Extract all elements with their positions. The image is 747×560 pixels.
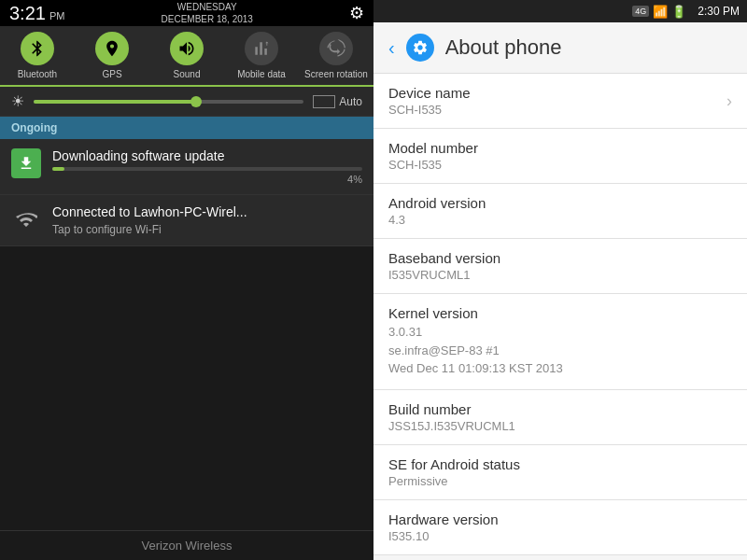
- right-clock: 2:30 PM: [698, 5, 740, 18]
- status-bar-left: 3:21 PM WEDNESDAY DECEMBER 18, 2013 ⚙: [0, 0, 374, 26]
- hardware-value: I535.10: [388, 529, 732, 543]
- build-content: Build number JSS15J.I535VRUCML1: [388, 401, 732, 433]
- model-number-label: Model number: [388, 140, 732, 156]
- network-type-badge: 4G: [632, 6, 649, 17]
- model-number-content: Model number SCH-I535: [388, 140, 732, 172]
- about-header: ‹ About phone: [374, 22, 747, 74]
- screen-rotation-icon: [319, 32, 353, 65]
- mobile-data-icon: [245, 32, 278, 65]
- settings-item-android-version: Android version 4.3: [374, 184, 747, 239]
- se-android-label: SE for Android status: [388, 456, 732, 472]
- settings-item-model-number: Model number SCH-I535: [374, 129, 747, 184]
- auto-brightness-label[interactable]: Auto: [313, 95, 362, 108]
- date-day: WEDNESDAY: [162, 1, 253, 13]
- spacer: [0, 246, 374, 530]
- wifi-title: Connected to Lawhon-PC-Wirel...: [52, 204, 362, 219]
- settings-gear-icon[interactable]: ⚙: [349, 3, 364, 23]
- wifi-subtitle: Tap to configure Wi-Fi: [52, 223, 362, 236]
- brightness-thumb: [190, 96, 202, 107]
- auto-checkbox[interactable]: [313, 95, 335, 108]
- mobile-data-label: Mobile data: [237, 69, 286, 79]
- kernel-content: Kernel version 3.0.31se.infra@SEP-83 #1W…: [388, 305, 732, 378]
- about-phone-panel: 4G 📶 🔋 2:30 PM ‹ About phone Device name…: [374, 0, 747, 560]
- gps-label: GPS: [102, 69, 121, 79]
- signal-bars-icon: 📶: [653, 5, 668, 19]
- status-bar-right: 4G 📶 🔋 2:30 PM: [374, 0, 747, 22]
- auto-text: Auto: [339, 95, 362, 108]
- kernel-value: 3.0.31se.infra@SEP-83 #1Wed Dec 11 01:09…: [388, 323, 732, 378]
- gps-icon: [95, 32, 129, 65]
- toggle-mobile-data[interactable]: Mobile data: [224, 32, 299, 79]
- download-title: Downloading software update: [52, 148, 362, 163]
- settings-item-baseband: Baseband version I535VRUCML1: [374, 239, 747, 294]
- battery-icon: 🔋: [671, 5, 686, 19]
- about-title: About phone: [445, 35, 562, 60]
- notification-download[interactable]: Downloading software update 4%: [0, 139, 374, 195]
- notification-panel: 3:21 PM WEDNESDAY DECEMBER 18, 2013 ⚙ Bl…: [0, 0, 374, 560]
- settings-icon: [406, 34, 434, 62]
- toggle-screen-rotation[interactable]: Screen rotation: [299, 32, 374, 79]
- bluetooth-icon: [21, 32, 54, 65]
- build-value: JSS15J.I535VRUCML1: [388, 419, 732, 433]
- brightness-fill: [34, 100, 196, 104]
- android-version-label: Android version: [388, 195, 732, 211]
- settings-item-kernel: Kernel version 3.0.31se.infra@SEP-83 #1W…: [374, 294, 747, 390]
- settings-item-build: Build number JSS15J.I535VRUCML1: [374, 390, 747, 445]
- se-android-value: Permissive: [388, 474, 732, 488]
- toggle-gps[interactable]: GPS: [75, 32, 149, 79]
- ongoing-header: Ongoing: [0, 117, 374, 139]
- android-version-value: 4.3: [388, 213, 732, 227]
- time-block: 3:21 PM: [9, 3, 64, 24]
- sound-icon: [170, 32, 204, 65]
- status-icons: 4G 📶 🔋: [632, 5, 686, 19]
- screen-rotation-label: Screen rotation: [304, 69, 368, 79]
- settings-item-device-name[interactable]: Device name SCH-I535 ›: [374, 74, 747, 129]
- brightness-slider[interactable]: [34, 100, 303, 104]
- sound-label: Sound: [174, 69, 201, 79]
- kernel-label: Kernel version: [388, 305, 732, 321]
- date-block: WEDNESDAY DECEMBER 18, 2013: [162, 1, 253, 25]
- carrier-name: Verizon Wireless: [142, 539, 233, 553]
- carrier-bar: Verizon Wireless: [0, 530, 374, 560]
- settings-item-hardware: Hardware version I535.10: [374, 500, 747, 555]
- chevron-right-icon: ›: [726, 91, 732, 111]
- hardware-content: Hardware version I535.10: [388, 511, 732, 543]
- settings-list: Device name SCH-I535 › Model number SCH-…: [374, 74, 747, 560]
- wifi-icon: [11, 204, 41, 234]
- bluetooth-label: Bluetooth: [18, 69, 57, 79]
- baseband-content: Baseband version I535VRUCML1: [388, 250, 732, 282]
- device-name-value: SCH-I535: [388, 103, 726, 117]
- model-number-value: SCH-I535: [388, 158, 732, 172]
- toggle-bluetooth[interactable]: Bluetooth: [0, 32, 75, 79]
- build-label: Build number: [388, 401, 732, 417]
- notification-wifi[interactable]: Connected to Lawhon-PC-Wirel... Tap to c…: [0, 195, 374, 246]
- device-name-label: Device name: [388, 85, 726, 101]
- quick-toggles-row: Bluetooth GPS Sound: [0, 26, 374, 87]
- clock-time: 3:21: [9, 3, 46, 24]
- download-icon: [11, 148, 41, 178]
- baseband-label: Baseband version: [388, 250, 732, 266]
- settings-item-se-android: SE for Android status Permissive: [374, 445, 747, 500]
- android-version-content: Android version 4.3: [388, 195, 732, 227]
- toggle-sound[interactable]: Sound: [149, 32, 224, 79]
- download-content: Downloading software update 4%: [52, 148, 362, 185]
- device-name-content: Device name SCH-I535: [388, 85, 726, 117]
- baseband-value: I535VRUCML1: [388, 268, 732, 282]
- hardware-label: Hardware version: [388, 511, 732, 527]
- download-progress-fill: [52, 167, 64, 171]
- clock-ampm: PM: [49, 10, 65, 21]
- back-button[interactable]: ‹: [388, 37, 395, 59]
- se-android-content: SE for Android status Permissive: [388, 456, 732, 488]
- brightness-icon: ☀: [11, 92, 24, 110]
- download-progress-bar: [52, 167, 362, 171]
- ongoing-label: Ongoing: [11, 121, 57, 134]
- date-date: DECEMBER 18, 2013: [162, 13, 253, 25]
- wifi-content: Connected to Lawhon-PC-Wirel... Tap to c…: [52, 204, 362, 236]
- download-percent: 4%: [52, 174, 362, 185]
- brightness-row: ☀ Auto: [0, 87, 374, 117]
